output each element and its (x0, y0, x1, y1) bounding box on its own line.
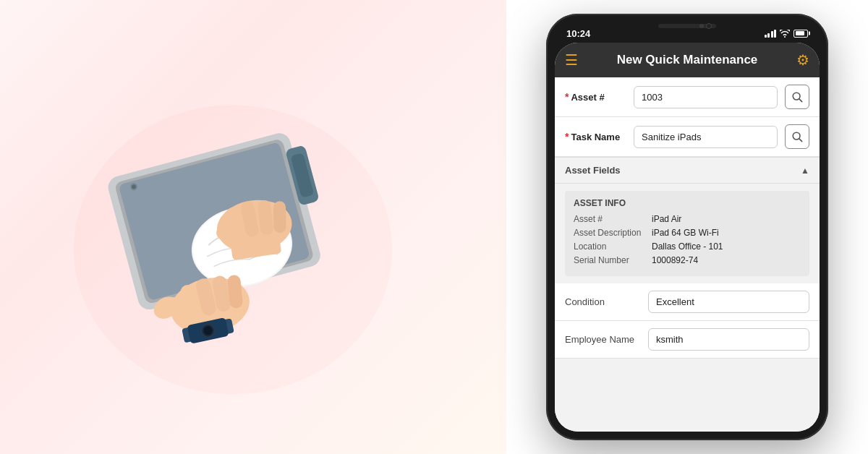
svg-rect-24 (273, 201, 286, 233)
asset-info-row-3: Serial Number 1000892-74 (574, 255, 801, 265)
phone-screen: ☰ New Quick Maintenance ⚙ * Asset # (555, 43, 820, 432)
asset-info-box: ASSET INFO Asset # iPad Air Asset Descri… (565, 191, 809, 276)
task-name-row: * Task Name (555, 117, 820, 157)
photo-placeholder (0, 0, 506, 454)
asset-number-input[interactable] (634, 86, 778, 108)
asset-info-key-3: Serial Number (574, 255, 646, 265)
task-name-input[interactable] (634, 126, 778, 148)
asset-info-title: ASSET INFO (574, 198, 801, 208)
employee-name-row: Employee Name (555, 321, 820, 359)
asset-info-value-0: iPad Air (652, 214, 681, 224)
phone-camera-bar (658, 24, 716, 28)
battery-icon (793, 30, 808, 38)
form-section: * Asset # (555, 77, 820, 157)
camera-dot (699, 24, 704, 28)
app-content: * Asset # (555, 77, 820, 432)
svg-line-28 (799, 99, 802, 102)
svg-line-30 (799, 139, 802, 142)
hamburger-menu-icon[interactable]: ☰ (565, 53, 578, 67)
required-star-task: * (565, 131, 569, 142)
asset-search-button[interactable] (785, 85, 809, 109)
status-icons (765, 30, 809, 38)
hand-tablet-illustration (30, 33, 435, 437)
asset-info-value-1: iPad 64 GB Wi-Fi (652, 228, 719, 238)
signal-bars-icon (765, 30, 777, 38)
phone-time: 10:24 (566, 28, 590, 39)
svg-point-27 (793, 93, 800, 100)
condition-row: Condition (555, 283, 820, 321)
asset-info-value-2: Dallas Office - 101 (652, 241, 723, 252)
task-name-label: * Task Name (565, 131, 626, 142)
svg-point-29 (793, 132, 800, 140)
app-header: ☰ New Quick Maintenance ⚙ (555, 43, 820, 77)
condition-input[interactable] (648, 291, 809, 313)
asset-info-key-2: Location (574, 241, 646, 252)
asset-info-row-2: Location Dallas Office - 101 (574, 241, 801, 252)
phone-frame: 10:24 (546, 14, 828, 440)
asset-number-row: * Asset # (555, 77, 820, 117)
asset-info-value-3: 1000892-74 (652, 255, 698, 265)
condition-label: Condition (565, 296, 641, 307)
asset-info-row-0: Asset # iPad Air (574, 214, 801, 224)
gear-settings-icon[interactable]: ⚙ (796, 51, 809, 69)
asset-info-key-0: Asset # (574, 214, 646, 224)
right-section: 10:24 (506, 0, 868, 454)
asset-info-key-1: Asset Description (574, 228, 646, 238)
collapse-arrow-icon: ▲ (801, 166, 809, 176)
required-star-asset: * (565, 91, 569, 103)
employee-name-input[interactable] (648, 328, 809, 351)
employee-name-label: Employee Name (565, 334, 641, 345)
task-search-button[interactable] (785, 124, 809, 149)
app-title: New Quick Maintenance (578, 53, 796, 67)
photo-section (0, 0, 506, 454)
wifi-icon (780, 30, 790, 38)
bottom-fields: Condition Employee Name (555, 283, 820, 359)
asset-number-label: * Asset # (565, 91, 626, 103)
asset-info-row-1: Asset Description iPad 64 GB Wi-Fi (574, 228, 801, 238)
camera-lens (706, 23, 712, 29)
asset-fields-label: Asset Fields (565, 165, 621, 176)
asset-fields-section-header[interactable]: Asset Fields ▲ (555, 157, 820, 184)
